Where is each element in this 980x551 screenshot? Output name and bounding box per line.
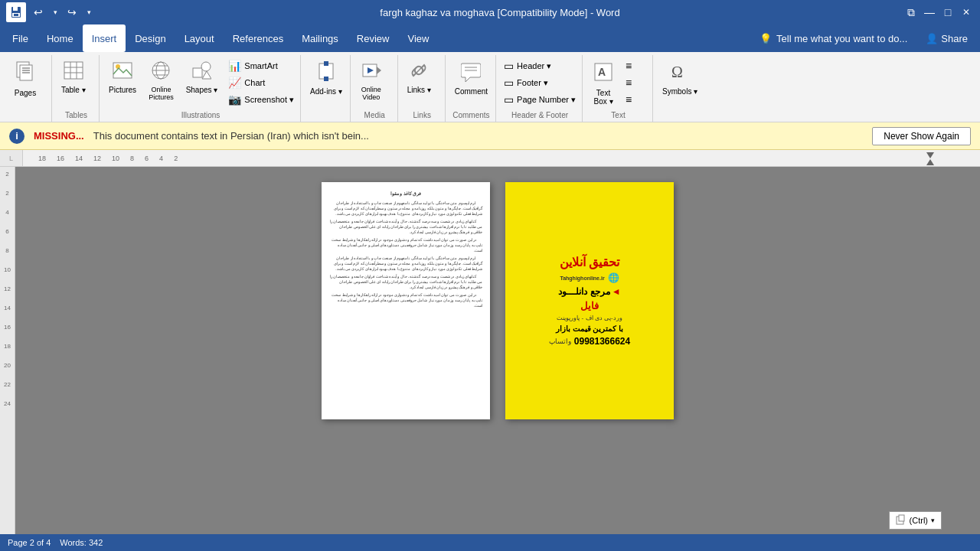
redo-button[interactable]: ↪ [64,5,80,20]
text-column: ≡ ≡ ≡ [622,58,638,107]
document-page-1[interactable]: فرق کاغذ و مقوا لرم ایپسوم متن ساختگی با… [322,182,490,419]
pages-button[interactable]: Pages [9,58,41,99]
page-paragraph: در این صورت می توان امید داشت که تمام و … [329,237,482,253]
never-show-again-button[interactable]: Never Show Again [872,127,971,145]
title-bar-left: ↩ ▾ ↪ ▾ [6,2,96,22]
ad-arrow: ◄ [612,286,621,297]
ruler-num: 8 [130,155,134,162]
online-pictures-icon [151,60,171,83]
header-button[interactable]: ▭ Header ▾ [501,58,579,73]
undo-dropdown[interactable]: ▾ [47,5,63,20]
left-ruler-num: 4 [5,209,8,216]
smartart-icon: 📊 [228,60,241,72]
symbols-group-label [658,117,702,122]
table-button[interactable]: Table ▾ [57,58,90,96]
online-video-button[interactable]: OnlineVideo [355,58,387,103]
left-ruler-num: 20 [4,362,11,369]
ribbon-items-hf: ▭ Header ▾ ▭ Footer ▾ ▭ Page Number ▾ [501,55,579,109]
menu-review[interactable]: Review [348,24,399,52]
title-bar-controls: ⧉ — □ ✕ [903,5,974,20]
left-ruler-num: 6 [5,228,8,235]
page-number-button[interactable]: ▭ Page Number ▾ [501,92,579,107]
chart-icon: 📈 [228,77,241,89]
menu-insert[interactable]: Insert [83,24,126,52]
ribbon-items-addins: Add-ins ▾ [305,55,347,117]
symbols-button[interactable]: Ω Symbols ▾ [658,58,702,98]
ribbon-items-illustrations: Pictures OnlinePictures [104,55,297,109]
ribbon-column-small: 📊 SmartArt 📈 Chart 📷 Screenshot ▾ [225,58,297,107]
sigline-button[interactable]: ≡ [622,92,638,107]
close-button[interactable]: ✕ [959,5,974,20]
left-ruler-num: 24 [4,400,11,407]
status-bar: Page 2 of 4 Words: 342 [0,534,980,551]
page-number-icon: ▭ [504,93,514,106]
menu-layout[interactable]: Layout [175,24,224,52]
ruler-num: 6 [145,155,149,162]
ribbon-group-pages: Pages [6,55,52,122]
left-ruler-num: 2 [5,171,8,178]
menu-file[interactable]: File [3,24,38,52]
ruler-num: 4 [159,155,163,162]
minimize-button[interactable]: — [922,5,937,20]
wordart-icon: ≡ [626,60,632,72]
links-icon [409,60,429,83]
online-video-icon [361,60,381,83]
tell-me-input[interactable]: 💡 Tell me what you want to do... [750,24,916,52]
ad-logo: 🌐 [608,272,619,283]
menu-references[interactable]: References [224,24,292,52]
addins-group-label [305,117,347,122]
title-bar-title: fargh kaghaz va moghava [Compatibility M… [96,7,903,18]
ribbon-items-media: OnlineVideo [355,55,394,109]
save-icon[interactable] [6,2,26,22]
shapes-button[interactable]: Shapes ▾ [181,58,223,96]
ribbon-items-links: Links ▾ [403,55,442,109]
ctrl-popup[interactable]: (Ctrl) ▾ [889,511,942,530]
customize-qat[interactable]: ▾ [81,5,96,20]
svg-marker-28 [377,67,381,74]
page-paragraph: کتابهای زیادی در شصت و سه درصد گذشته، حا… [329,274,482,290]
tell-me-label: Tell me what you want to do... [776,33,907,44]
menu-view[interactable]: View [398,24,438,52]
wordart-button[interactable]: ≡ [622,58,638,73]
textbox-button[interactable]: A TextBox ▾ [587,58,619,108]
document-page-2[interactable]: تحقیق آنلاین Tahghighonline.ir 🌐 ◄ مرجع … [505,182,674,419]
shapes-icon [191,60,211,83]
restore-down-button[interactable]: ⧉ [903,5,919,20]
title-bar: ↩ ▾ ↪ ▾ fargh kaghaz va moghava [Compati… [0,0,980,24]
shapes-label: Shapes ▾ [186,86,218,94]
chart-button[interactable]: 📈 Chart [225,75,297,90]
sigline-icon: ≡ [626,93,632,106]
media-group-label: Media [355,109,394,122]
menu-mailings[interactable]: Mailings [292,24,348,52]
ribbon-items-pages: Pages [9,55,48,117]
ribbon-group-comments: Comment Comments [447,55,496,122]
svg-rect-21 [193,68,202,77]
dropcap-button[interactable]: ≡ [622,75,638,90]
smartart-button[interactable]: 📊 SmartArt [225,58,297,73]
online-pictures-button[interactable]: OnlinePictures [144,58,178,103]
ribbon-items-tables: Table ▾ [57,55,96,109]
hf-group-label: Header & Footer [501,109,579,122]
left-ruler-num: 12 [4,285,11,292]
ribbon-items-symbols: Ω Symbols ▾ [658,55,702,117]
ribbon-group-media: OnlineVideo Media [352,55,398,122]
menu-design[interactable]: Design [126,24,175,52]
links-button[interactable]: Links ▾ [403,58,436,96]
undo-button[interactable]: ↩ [31,5,46,20]
notif-message: This document contains text in Persian (… [93,130,864,142]
maximize-button[interactable]: □ [940,5,956,20]
left-ruler-num: 10 [4,266,11,273]
ruler-area: L 18 16 14 12 10 8 6 4 2 [0,150,980,167]
symbols-label: Symbols ▾ [662,87,697,96]
addins-button[interactable]: Add-ins ▾ [305,58,347,98]
share-button[interactable]: 👤 Share [916,24,977,52]
lightbulb-icon: 💡 [760,33,772,44]
footer-button[interactable]: ▭ Footer ▾ [501,75,579,90]
ctrl-label: (Ctrl) [910,516,928,525]
comment-button[interactable]: Comment [450,58,492,98]
ruler-track: 18 16 14 12 10 8 6 4 2 [23,150,980,166]
svg-text:Ω: Ω [671,64,683,80]
screenshot-button[interactable]: 📷 Screenshot ▾ [225,92,297,107]
pictures-button[interactable]: Pictures [104,58,141,96]
menu-home[interactable]: Home [38,24,83,52]
